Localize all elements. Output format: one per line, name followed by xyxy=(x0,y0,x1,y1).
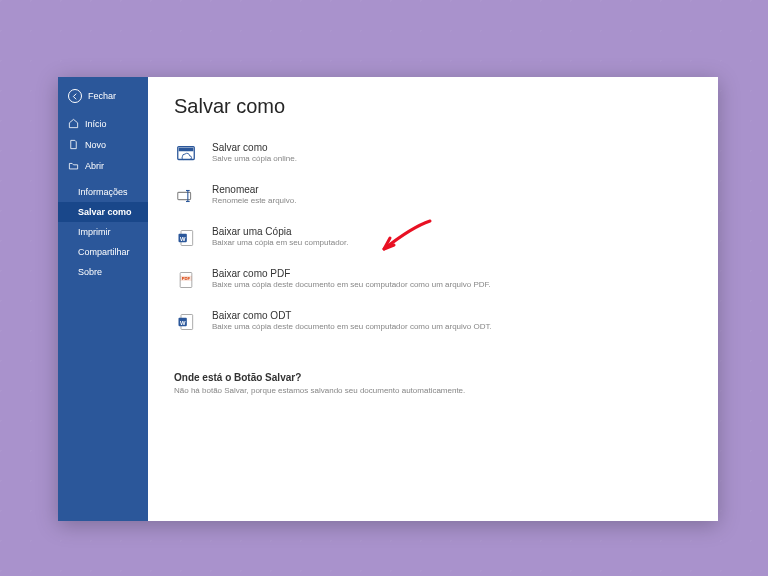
back-arrow-icon xyxy=(68,89,82,103)
svg-rect-1 xyxy=(179,148,194,152)
option-save-as[interactable]: Salvar como Salve uma cópia online. xyxy=(174,134,692,176)
nav-save-as[interactable]: Salvar como xyxy=(58,202,148,222)
option-title: Salvar como xyxy=(212,142,692,153)
svg-rect-2 xyxy=(178,192,191,199)
odt-doc-icon: W xyxy=(174,310,198,334)
option-title: Baixar como PDF xyxy=(212,268,692,279)
footer-text: Não há botão Salvar, porque estamos salv… xyxy=(174,386,692,395)
option-rename[interactable]: Renomear Renomeie este arquivo. xyxy=(174,176,692,218)
option-download-copy[interactable]: W Baixar uma Cópia Baixar uma cópia em s… xyxy=(174,218,692,260)
main-panel: Salvar como Salvar como Salve uma cópia … xyxy=(148,77,718,521)
nav-label: Abrir xyxy=(85,161,104,171)
back-label: Fechar xyxy=(88,91,116,101)
word-backstage-window: isar (Alt + G) ⌄ ⌄ Normal Sem Espaçament… xyxy=(58,77,718,521)
option-desc: Salve uma cópia online. xyxy=(212,154,692,164)
new-doc-icon xyxy=(68,139,79,150)
back-button[interactable]: Fechar xyxy=(58,85,148,113)
option-desc: Baixe uma cópia deste documento em seu c… xyxy=(212,280,692,290)
save-as-cloud-icon xyxy=(174,142,198,166)
option-desc: Renomeie este arquivo. xyxy=(212,196,692,206)
option-desc: Baixe uma cópia deste documento em seu c… xyxy=(212,322,692,332)
option-title: Baixar como ODT xyxy=(212,310,692,321)
page-title: Salvar como xyxy=(174,95,692,118)
option-desc: Baixar uma cópia em seu computador. xyxy=(212,238,692,248)
nav-home[interactable]: Início xyxy=(58,113,148,134)
nav-print[interactable]: Imprimir xyxy=(58,222,148,242)
option-download-odt[interactable]: W Baixar como ODT Baixe uma cópia deste … xyxy=(174,302,692,344)
nav-open[interactable]: Abrir xyxy=(58,155,148,176)
nav-info[interactable]: Informações xyxy=(58,182,148,202)
svg-text:W: W xyxy=(180,236,186,242)
footer-title: Onde está o Botão Salvar? xyxy=(174,372,692,383)
option-title: Renomear xyxy=(212,184,692,195)
backstage-sidebar: Fechar Início Novo Abrir Informações Sal… xyxy=(58,77,148,521)
nav-label: Novo xyxy=(85,140,106,150)
folder-open-icon xyxy=(68,160,79,171)
nav-share[interactable]: Compartilhar xyxy=(58,242,148,262)
option-download-pdf[interactable]: PDF Baixar como PDF Baixe uma cópia dest… xyxy=(174,260,692,302)
home-icon xyxy=(68,118,79,129)
save-info-footer: Onde está o Botão Salvar? Não há botão S… xyxy=(174,372,692,395)
nav-new[interactable]: Novo xyxy=(58,134,148,155)
svg-text:PDF: PDF xyxy=(182,276,191,281)
nav-about[interactable]: Sobre xyxy=(58,262,148,282)
pdf-icon: PDF xyxy=(174,268,198,292)
option-title: Baixar uma Cópia xyxy=(212,226,692,237)
word-doc-icon: W xyxy=(174,226,198,250)
svg-text:W: W xyxy=(180,320,186,326)
nav-label: Início xyxy=(85,119,107,129)
rename-icon xyxy=(174,184,198,208)
